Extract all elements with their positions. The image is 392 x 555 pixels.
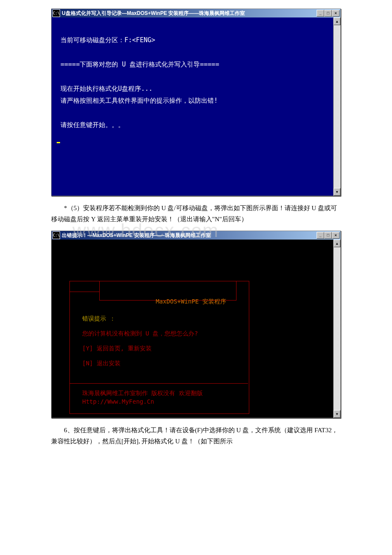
frame-divider: [70, 383, 248, 384]
option-y: [Y] 返回首页, 重新安装: [82, 343, 152, 354]
cmd-icon: C:\: [52, 231, 60, 239]
scroll-down-button[interactable]: ▼: [334, 410, 340, 418]
console-output: MaxDOS+WinPE 安装程序 错误提示 ： 您的计算机没有检测到 U 盘，…: [52, 240, 333, 418]
window-title: U盘格式化并写入引导记录—MaxDOS+WinPE 安装程序——珠海晨枫网维工作…: [62, 10, 317, 17]
scroll-up-button[interactable]: ▲: [334, 240, 340, 247]
document-paragraph: 6、按任意键后，将弹出格式化工具！请在设备(F)中选择你的 U 盘，文件系统（建…: [51, 425, 341, 447]
footer-url: Http://Www.MyFeng.Cn: [82, 396, 154, 408]
window-controls: _ □ ×: [317, 232, 340, 239]
console-line: 当前可移动磁盘分区：F:<FENG>: [57, 36, 155, 44]
scroll-up-button[interactable]: ▲: [334, 17, 340, 25]
document-paragraph: *（5）安装程序若不能检测到你的 U 盘/可移动磁盘，将弹出如下图所示界面！请连…: [51, 203, 341, 225]
titlebar[interactable]: C:\ U盘格式化并写入引导记录—MaxDOS+WinPE 安装程序——珠海晨枫…: [52, 9, 340, 17]
option-n: [N] 退出安装: [82, 358, 121, 369]
error-message: 您的计算机没有检测到 U 盘，您想怎么办?: [82, 328, 198, 339]
scrollbar[interactable]: ▲ ▼: [333, 17, 340, 196]
installer-header: MaxDOS+WinPE 安装程序: [156, 298, 226, 305]
scroll-down-button[interactable]: ▼: [334, 188, 340, 196]
cursor-icon: [57, 142, 60, 143]
cmd-icon: C:\: [52, 9, 60, 17]
console-window-error: C:\ 出错提示！—MaxDOS+WinPE 安装程序——珠海晨枫网维工作室 _…: [51, 231, 341, 418]
console-line: 请按任意键开始。。。: [57, 121, 124, 129]
maximize-button[interactable]: □: [324, 10, 332, 17]
scroll-track[interactable]: [334, 247, 340, 410]
scrollbar[interactable]: ▲ ▼: [333, 240, 340, 418]
header-box: MaxDOS+WinPE 安装程序: [99, 281, 236, 301]
scroll-track[interactable]: [334, 25, 340, 188]
error-label: 错误提示 ：: [82, 313, 115, 324]
close-button[interactable]: ×: [332, 232, 340, 239]
console-line: =====下面将对您的 U 盘进行格式化并写入引导=====: [57, 61, 219, 68]
console-window-format: C:\ U盘格式化并写入引导记录—MaxDOS+WinPE 安装程序——珠海晨枫…: [51, 9, 341, 196]
console-output: 当前可移动磁盘分区：F:<FENG> =====下面将对您的 U 盘进行格式化并…: [52, 17, 333, 196]
console-line: 请严格按照相关工具软件界面中的提示操作，以防出错!: [57, 97, 218, 104]
console-line: 现在开始执行格式化U盘程序...: [57, 85, 153, 92]
close-button[interactable]: ×: [332, 10, 340, 17]
window-controls: _ □ ×: [317, 10, 340, 17]
titlebar[interactable]: C:\ 出错提示！—MaxDOS+WinPE 安装程序——珠海晨枫网维工作室 _…: [52, 231, 340, 240]
window-title: 出错提示！—MaxDOS+WinPE 安装程序——珠海晨枫网维工作室: [62, 232, 317, 239]
frame-line: [69, 292, 99, 292]
maximize-button[interactable]: □: [324, 232, 332, 239]
minimize-button[interactable]: _: [317, 10, 324, 17]
minimize-button[interactable]: _: [317, 232, 324, 239]
